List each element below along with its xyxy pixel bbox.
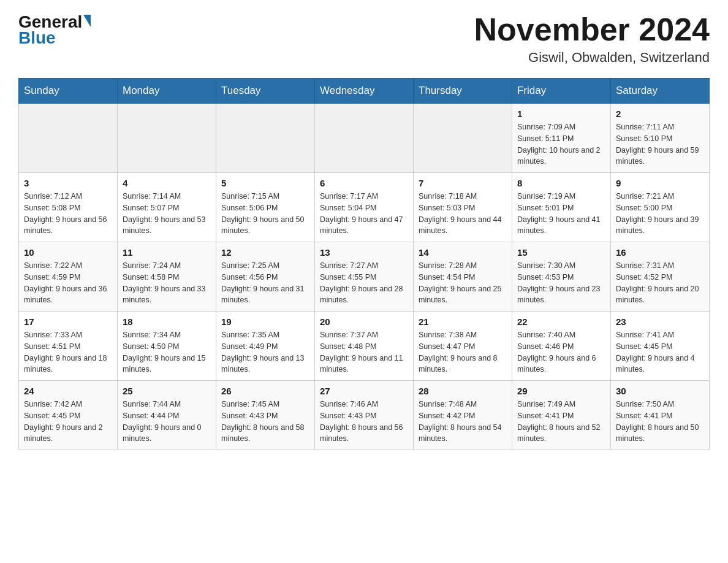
calendar-day-cell: 28Sunrise: 7:48 AMSunset: 4:42 PMDayligh… <box>414 381 512 450</box>
calendar-day-cell: 26Sunrise: 7:45 AMSunset: 4:43 PMDayligh… <box>216 381 315 450</box>
day-info: Sunrise: 7:35 AMSunset: 4:49 PMDaylight:… <box>221 329 309 375</box>
day-info: Sunrise: 7:17 AMSunset: 5:04 PMDaylight:… <box>320 191 408 237</box>
calendar-day-cell: 1Sunrise: 7:09 AMSunset: 5:11 PMDaylight… <box>512 104 611 173</box>
calendar-day-cell: 27Sunrise: 7:46 AMSunset: 4:43 PMDayligh… <box>315 381 414 450</box>
day-info: Sunrise: 7:19 AMSunset: 5:01 PMDaylight:… <box>517 191 605 237</box>
day-number: 29 <box>517 386 605 396</box>
day-info: Sunrise: 7:37 AMSunset: 4:48 PMDaylight:… <box>320 329 408 375</box>
calendar-day-cell <box>216 104 315 173</box>
calendar-day-cell: 10Sunrise: 7:22 AMSunset: 4:59 PMDayligh… <box>19 242 118 312</box>
day-number: 17 <box>24 316 112 327</box>
day-info: Sunrise: 7:49 AMSunset: 4:41 PMDaylight:… <box>517 399 605 445</box>
day-number: 24 <box>24 386 112 396</box>
day-info: Sunrise: 7:21 AMSunset: 5:00 PMDaylight:… <box>616 191 704 237</box>
day-info: Sunrise: 7:40 AMSunset: 4:46 PMDaylight:… <box>517 329 605 375</box>
calendar-day-cell: 23Sunrise: 7:41 AMSunset: 4:45 PMDayligh… <box>611 312 710 381</box>
day-number: 7 <box>419 178 507 188</box>
day-number: 30 <box>616 386 704 396</box>
day-number: 28 <box>419 386 507 396</box>
day-info: Sunrise: 7:18 AMSunset: 5:03 PMDaylight:… <box>419 191 507 237</box>
day-info: Sunrise: 7:12 AMSunset: 5:08 PMDaylight:… <box>24 191 112 237</box>
calendar-day-cell <box>414 104 512 173</box>
day-number: 26 <box>221 386 309 396</box>
day-info: Sunrise: 7:14 AMSunset: 5:07 PMDaylight:… <box>123 191 211 237</box>
calendar-day-cell <box>315 104 414 173</box>
day-number: 4 <box>123 178 211 188</box>
day-number: 12 <box>221 247 309 258</box>
calendar-day-cell: 17Sunrise: 7:33 AMSunset: 4:51 PMDayligh… <box>19 312 118 381</box>
calendar-day-cell: 18Sunrise: 7:34 AMSunset: 4:50 PMDayligh… <box>118 312 216 381</box>
day-info: Sunrise: 7:46 AMSunset: 4:43 PMDaylight:… <box>320 399 408 445</box>
calendar-day-cell: 3Sunrise: 7:12 AMSunset: 5:08 PMDaylight… <box>19 173 118 242</box>
calendar-day-cell: 30Sunrise: 7:50 AMSunset: 4:41 PMDayligh… <box>611 381 710 450</box>
day-info: Sunrise: 7:38 AMSunset: 4:47 PMDaylight:… <box>419 329 507 375</box>
day-info: Sunrise: 7:41 AMSunset: 4:45 PMDaylight:… <box>616 329 704 375</box>
day-number: 27 <box>320 386 408 396</box>
day-info: Sunrise: 7:11 AMSunset: 5:10 PMDaylight:… <box>616 121 704 167</box>
calendar-day-cell <box>19 104 118 173</box>
day-number: 22 <box>517 316 605 327</box>
logo-arrow-icon <box>83 15 91 27</box>
calendar-day-header: Saturday <box>611 79 710 104</box>
calendar-day-cell: 15Sunrise: 7:30 AMSunset: 4:53 PMDayligh… <box>512 242 611 312</box>
day-info: Sunrise: 7:25 AMSunset: 4:56 PMDaylight:… <box>221 260 309 306</box>
calendar-title-area: November 2024 Giswil, Obwalden, Switzerl… <box>474 12 710 66</box>
calendar-day-cell: 6Sunrise: 7:17 AMSunset: 5:04 PMDaylight… <box>315 173 414 242</box>
calendar-day-header: Wednesday <box>315 79 414 104</box>
day-number: 9 <box>616 178 704 188</box>
calendar-month-title: November 2024 <box>474 12 710 47</box>
calendar-day-cell: 25Sunrise: 7:44 AMSunset: 4:44 PMDayligh… <box>118 381 216 450</box>
calendar-location: Giswil, Obwalden, Switzerland <box>474 50 710 66</box>
day-number: 5 <box>221 178 309 188</box>
day-info: Sunrise: 7:28 AMSunset: 4:54 PMDaylight:… <box>419 260 507 306</box>
calendar-day-cell: 8Sunrise: 7:19 AMSunset: 5:01 PMDaylight… <box>512 173 611 242</box>
logo-blue-label: Blue <box>18 28 56 48</box>
day-number: 18 <box>123 316 211 327</box>
calendar-day-cell: 7Sunrise: 7:18 AMSunset: 5:03 PMDaylight… <box>414 173 512 242</box>
day-number: 8 <box>517 178 605 188</box>
calendar-day-cell: 13Sunrise: 7:27 AMSunset: 4:55 PMDayligh… <box>315 242 414 312</box>
calendar-header: SundayMondayTuesdayWednesdayThursdayFrid… <box>19 79 710 104</box>
calendar-day-header: Monday <box>118 79 216 104</box>
logo: General Blue <box>18 12 91 48</box>
calendar-week-row: 17Sunrise: 7:33 AMSunset: 4:51 PMDayligh… <box>19 312 710 381</box>
day-info: Sunrise: 7:09 AMSunset: 5:11 PMDaylight:… <box>517 121 605 167</box>
day-number: 15 <box>517 247 605 258</box>
day-info: Sunrise: 7:34 AMSunset: 4:50 PMDaylight:… <box>123 329 211 375</box>
calendar-day-cell: 24Sunrise: 7:42 AMSunset: 4:45 PMDayligh… <box>19 381 118 450</box>
calendar-day-cell: 9Sunrise: 7:21 AMSunset: 5:00 PMDaylight… <box>611 173 710 242</box>
day-info: Sunrise: 7:30 AMSunset: 4:53 PMDaylight:… <box>517 260 605 306</box>
calendar-day-cell: 2Sunrise: 7:11 AMSunset: 5:10 PMDaylight… <box>611 104 710 173</box>
day-info: Sunrise: 7:48 AMSunset: 4:42 PMDaylight:… <box>419 399 507 445</box>
day-number: 14 <box>419 247 507 258</box>
calendar-day-cell: 4Sunrise: 7:14 AMSunset: 5:07 PMDaylight… <box>118 173 216 242</box>
day-number: 2 <box>616 109 704 119</box>
calendar-day-cell: 21Sunrise: 7:38 AMSunset: 4:47 PMDayligh… <box>414 312 512 381</box>
calendar-week-row: 24Sunrise: 7:42 AMSunset: 4:45 PMDayligh… <box>19 381 710 450</box>
calendar-day-cell: 12Sunrise: 7:25 AMSunset: 4:56 PMDayligh… <box>216 242 315 312</box>
day-number: 10 <box>24 247 112 258</box>
day-info: Sunrise: 7:45 AMSunset: 4:43 PMDaylight:… <box>221 399 309 445</box>
calendar-table: SundayMondayTuesdayWednesdayThursdayFrid… <box>18 78 710 450</box>
calendar-day-cell <box>118 104 216 173</box>
day-info: Sunrise: 7:24 AMSunset: 4:58 PMDaylight:… <box>123 260 211 306</box>
day-number: 25 <box>123 386 211 396</box>
calendar-week-row: 1Sunrise: 7:09 AMSunset: 5:11 PMDaylight… <box>19 104 710 173</box>
day-number: 19 <box>221 316 309 327</box>
day-number: 6 <box>320 178 408 188</box>
calendar-day-cell: 19Sunrise: 7:35 AMSunset: 4:49 PMDayligh… <box>216 312 315 381</box>
calendar-day-header: Sunday <box>19 79 118 104</box>
day-number: 23 <box>616 316 704 327</box>
calendar-day-cell: 11Sunrise: 7:24 AMSunset: 4:58 PMDayligh… <box>118 242 216 312</box>
calendar-day-cell: 14Sunrise: 7:28 AMSunset: 4:54 PMDayligh… <box>414 242 512 312</box>
day-info: Sunrise: 7:44 AMSunset: 4:44 PMDaylight:… <box>123 399 211 445</box>
calendar-body: 1Sunrise: 7:09 AMSunset: 5:11 PMDaylight… <box>19 104 710 450</box>
day-number: 11 <box>123 247 211 258</box>
page-header: General Blue November 2024 Giswil, Obwal… <box>18 12 710 66</box>
day-info: Sunrise: 7:15 AMSunset: 5:06 PMDaylight:… <box>221 191 309 237</box>
calendar-day-cell: 29Sunrise: 7:49 AMSunset: 4:41 PMDayligh… <box>512 381 611 450</box>
day-info: Sunrise: 7:33 AMSunset: 4:51 PMDaylight:… <box>24 329 112 375</box>
day-number: 1 <box>517 109 605 119</box>
day-info: Sunrise: 7:42 AMSunset: 4:45 PMDaylight:… <box>24 399 112 445</box>
day-number: 16 <box>616 247 704 258</box>
